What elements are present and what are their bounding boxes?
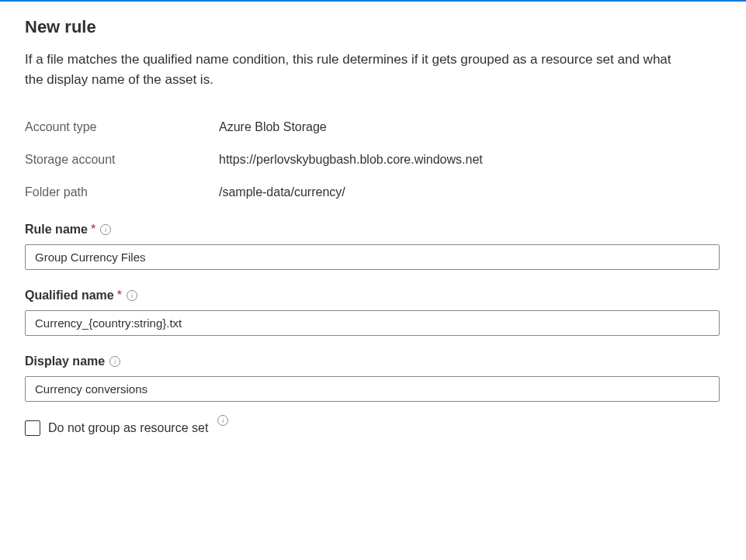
rule-name-label-text: Rule name [25,223,88,237]
info-icon[interactable]: i [127,290,137,301]
qualified-name-input[interactable] [25,310,720,336]
info-icon[interactable]: i [217,415,228,426]
display-name-label: Display name i [25,354,120,368]
info-value: /sample-data/currency/ [219,185,345,199]
qualified-name-label-text: Qualified name [25,289,114,302]
info-value: Azure Blob Storage [219,120,327,134]
display-name-input[interactable] [25,376,720,402]
do-not-group-row: Do not group as resource set i [25,420,721,436]
rule-name-group: Rule name * i [25,223,721,270]
rule-name-label: Rule name * i [25,223,111,237]
qualified-name-label: Qualified name * i [25,289,137,302]
do-not-group-checkbox[interactable] [25,420,40,436]
info-row-account-type: Account type Azure Blob Storage [25,120,721,134]
display-name-group: Display name i [25,354,721,402]
info-row-folder-path: Folder path /sample-data/currency/ [25,185,721,199]
page-title: New rule [25,17,721,37]
info-table: Account type Azure Blob Storage Storage … [25,120,721,199]
info-label: Storage account [25,153,219,167]
info-label: Folder path [25,185,219,199]
do-not-group-label: Do not group as resource set [48,421,208,435]
qualified-name-group: Qualified name * i [25,289,721,336]
required-indicator: * [117,289,122,302]
display-name-label-text: Display name [25,354,105,368]
info-icon[interactable]: i [109,356,120,367]
rule-name-input[interactable] [25,244,720,270]
page-description: If a file matches the qualified name con… [25,50,692,89]
info-row-storage-account: Storage account https://perlovskybugbash… [25,153,721,167]
required-indicator: * [91,223,95,237]
info-label: Account type [25,120,219,134]
new-rule-panel: New rule If a file matches the qualified… [0,2,746,451]
info-icon[interactable]: i [100,224,111,235]
info-value: https://perlovskybugbash.blob.core.windo… [219,153,483,167]
